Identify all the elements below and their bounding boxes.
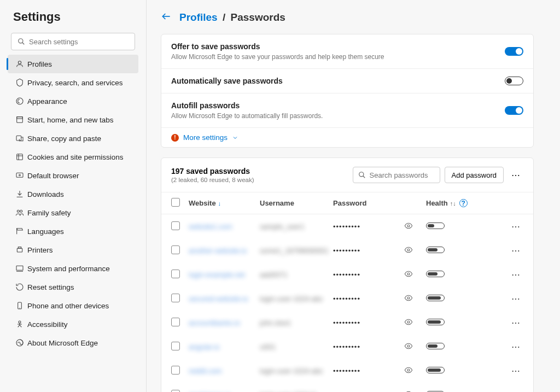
sidebar-item-printers[interactable]: Printers [8,241,138,259]
reveal-password-button[interactable] [404,245,426,256]
page-title: Settings [13,10,138,24]
passwords-header: 197 saved passwords (2 leaked, 60 reused… [161,158,533,192]
sidebar-item-accessibility[interactable]: Accessibility [8,315,138,334]
nav-icon [12,171,27,180]
col-website-header[interactable]: Website ↓ [189,199,260,207]
add-password-button[interactable]: Add password [445,167,504,183]
row-checkbox[interactable] [171,245,180,254]
sidebar-item-system-and-performance[interactable]: System and performance [8,259,138,278]
sidebar-item-appearance[interactable]: Appearance [8,92,138,110]
row-more-menu[interactable]: ⋯ [508,243,523,258]
website-link[interactable]: another-website.io [189,247,247,255]
passwords-stats: (2 leaked, 60 reused, 8 weak) [171,177,254,183]
svg-point-30 [407,273,410,275]
row-more-menu[interactable]: ⋯ [508,339,523,354]
sidebar-item-reset-settings[interactable]: Reset settings [8,278,138,296]
website-link[interactable]: accountbanks.io [189,319,240,327]
username-value: login-user-1024-abc [260,367,323,375]
website-link[interactable]: secured-website.io [189,295,248,303]
svg-rect-18 [16,266,23,270]
search-settings[interactable] [11,33,135,50]
setting-autofill: Autofill passwords Allow Microsoft Edge … [161,93,533,127]
reveal-password-button[interactable] [404,366,426,376]
search-passwords-input[interactable] [353,167,440,183]
row-more-menu[interactable]: ⋯ [508,387,523,392]
sidebar-item-family-safety[interactable]: Family safety [8,203,138,222]
health-indicator [426,247,481,255]
row-more-menu[interactable]: ⋯ [508,219,523,234]
svg-point-28 [407,225,410,227]
sidebar-item-label: Downloads [27,190,64,198]
reveal-password-button[interactable] [404,390,426,393]
alert-icon: ! [171,134,179,142]
svg-point-31 [407,297,410,299]
sidebar-item-about-microsoft-edge[interactable]: About Microsoft Edge [8,334,138,352]
sidebar-item-profiles[interactable]: Profiles [8,55,138,73]
password-value: ••••••••• [333,223,404,231]
setting-title: Automatically save passwords [171,77,523,85]
svg-point-22 [19,321,21,323]
sidebar-item-label: Profiles [27,60,52,68]
row-checkbox[interactable] [171,342,180,350]
search-passwords[interactable] [353,167,440,183]
website-link[interactable]: website1.com [189,223,232,231]
table-row[interactable]: reddit.comlogin-user-1024-abc•••••••••⋯ [161,359,533,383]
reveal-password-button[interactable] [404,294,426,304]
chevron-down-icon [232,134,238,141]
breadcrumb-parent[interactable]: Profiles [179,11,218,23]
toggle-auto-save[interactable] [505,77,523,85]
reveal-password-button[interactable] [404,221,426,232]
toggle-autofill[interactable] [505,106,523,115]
table-row[interactable]: modelapps.iologin-user-1024-9•••••••••⋯ [161,383,533,392]
password-value: ••••••••• [333,271,404,279]
col-health-header[interactable]: Health ↑↓ ? [426,199,481,207]
table-row[interactable]: secured-website.iologin-user-1024-abc•••… [161,286,533,311]
sidebar-item-share-copy-and-paste[interactable]: Share, copy and paste [8,129,138,148]
sidebar-item-phone-and-other-devices[interactable]: Phone and other devices [8,296,138,315]
nav-icon [12,134,27,143]
sidebar-item-label: Start, home, and new tabs [27,116,114,124]
table-row[interactable]: website1.comsample_user1•••••••••⋯ [161,214,533,238]
sidebar-item-cookies-and-site-permissions[interactable]: Cookies and site permissions [8,148,138,166]
sidebar-item-start-home-and-new-tabs[interactable]: Start, home, and new tabs [8,110,138,129]
back-button[interactable] [161,11,172,24]
toggle-offer-save[interactable] [505,47,523,56]
reveal-password-button[interactable] [404,342,426,352]
reveal-password-button[interactable] [404,318,426,328]
sidebar-item-label: Phone and other devices [27,302,109,310]
table-row[interactable]: another-website.iosome1_16799000001•••••… [161,238,533,262]
row-checkbox[interactable] [171,390,180,393]
table-row[interactable]: angular.iou001•••••••••⋯ [161,335,533,359]
username-value: sample_user1 [260,223,305,231]
svg-point-29 [407,249,410,251]
website-link[interactable]: reddit.com [189,367,222,375]
sort-asc-icon: ↓ [218,200,221,207]
reveal-password-button[interactable] [404,270,426,280]
row-checkbox[interactable] [171,294,180,302]
table-row[interactable]: login-example.netaab9371•••••••••⋯ [161,262,533,286]
row-checkbox[interactable] [171,366,180,375]
row-more-menu[interactable]: ⋯ [508,267,523,282]
row-more-menu[interactable]: ⋯ [508,315,523,330]
website-link[interactable]: angular.io [189,343,219,351]
row-checkbox[interactable] [171,221,180,230]
breadcrumb-current: Passwords [231,11,285,23]
website-link[interactable]: login-example.net [189,271,245,279]
password-value: ••••••••• [333,343,404,351]
select-all-checkbox[interactable] [171,198,180,207]
svg-point-33 [407,345,410,347]
passwords-more-menu[interactable]: ⋯ [508,167,523,183]
row-checkbox[interactable] [171,318,180,326]
nav-icon [12,60,27,68]
sidebar-item-default-browser[interactable]: Default browser [8,166,138,185]
sidebar-item-downloads[interactable]: Downloads [8,185,138,203]
table-row[interactable]: accountbanks.iojohn.doe1•••••••••⋯ [161,311,533,335]
more-settings-button[interactable]: ! More settings [161,127,533,147]
row-checkbox[interactable] [171,270,180,278]
row-more-menu[interactable]: ⋯ [508,291,523,306]
sidebar-item-privacy-search-and-services[interactable]: Privacy, search, and services [8,73,138,92]
row-more-menu[interactable]: ⋯ [508,363,523,378]
health-help-icon[interactable]: ? [459,199,468,207]
sidebar-item-languages[interactable]: Languages [8,222,138,241]
search-settings-input[interactable] [11,33,135,50]
